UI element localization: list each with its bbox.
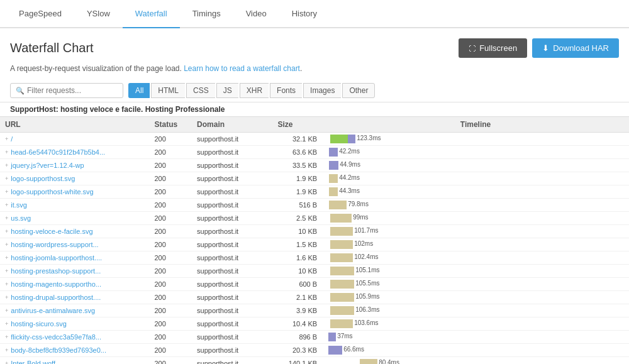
expand-icon[interactable]: + bbox=[5, 202, 8, 208]
cell-url: +head-6e54470c91f2b47b5b4... bbox=[0, 146, 149, 159]
bar-segment bbox=[330, 306, 354, 315]
expand-icon[interactable]: + bbox=[5, 294, 8, 301]
expand-icon[interactable]: + bbox=[5, 215, 8, 221]
table-row[interactable]: +hosting-joomla-supporthost....200suppor… bbox=[0, 251, 629, 265]
tab-waterfall[interactable]: Waterfall bbox=[123, 0, 180, 28]
cell-timeline: 105.1ms bbox=[322, 265, 629, 278]
expand-icon[interactable]: + bbox=[5, 241, 8, 248]
bar-segment bbox=[330, 240, 353, 249]
url-text[interactable]: logo-supporthost.svg bbox=[11, 175, 75, 182]
cell-size: 2.5 KB bbox=[272, 212, 322, 225]
expand-icon[interactable]: + bbox=[5, 189, 8, 195]
url-text[interactable]: hosting-magento-supportho... bbox=[11, 280, 101, 288]
download-har-button[interactable]: ⬇ Download HAR bbox=[532, 38, 619, 58]
expand-icon[interactable]: + bbox=[5, 360, 8, 364]
expand-icon[interactable]: + bbox=[5, 347, 8, 353]
table-row[interactable]: +hosting-drupal-supporthost....200suppor… bbox=[0, 291, 629, 304]
page-title: Waterfall Chart bbox=[10, 41, 94, 55]
fullscreen-button[interactable]: ⛶ Fullscreen bbox=[459, 38, 527, 58]
cell-timeline: 102ms bbox=[322, 238, 629, 251]
url-text[interactable]: antivirus-e-antimalware.svg bbox=[11, 307, 95, 314]
filter-btn-other[interactable]: Other bbox=[342, 83, 375, 98]
table-row[interactable]: +it.svg200supporthost.it516 B79.8ms bbox=[0, 199, 629, 212]
expand-icon[interactable]: + bbox=[5, 307, 8, 314]
url-text[interactable]: it.svg bbox=[11, 201, 27, 209]
expand-icon[interactable]: + bbox=[5, 268, 8, 274]
table-row[interactable]: +jquery.js?ver=1.12.4-wp200supporthost.i… bbox=[0, 159, 629, 172]
url-text[interactable]: hosting-sicuro.svg bbox=[11, 320, 67, 328]
tab-yslow[interactable]: YSlow bbox=[74, 0, 123, 28]
cell-size: 2.1 KB bbox=[272, 291, 322, 304]
table-row[interactable]: +hosting-veloce-e-facile.svg200supportho… bbox=[0, 225, 629, 238]
filter-btn-all[interactable]: All bbox=[128, 83, 150, 98]
filter-btn-xhr[interactable]: XHR bbox=[240, 83, 269, 98]
expand-icon[interactable]: + bbox=[5, 175, 8, 182]
cell-domain: supporthost.it bbox=[192, 265, 272, 278]
cell-size: 1.6 KB bbox=[272, 251, 322, 265]
url-text[interactable]: hosting-joomla-supporthost.... bbox=[11, 254, 102, 262]
filter-btn-images[interactable]: Images bbox=[303, 83, 341, 98]
url-text[interactable]: head-6e54470c91f2b47b5b4... bbox=[11, 148, 105, 156]
url-text[interactable]: hosting-veloce-e-facile.svg bbox=[11, 228, 92, 235]
cell-domain: supporthost.it bbox=[192, 185, 272, 199]
expand-icon[interactable]: + bbox=[5, 334, 8, 340]
table-row[interactable]: +body-8cbef8cfb939ed7693e0...200supporth… bbox=[0, 344, 629, 357]
filter-btn-html[interactable]: HTML bbox=[151, 83, 185, 98]
download-icon: ⬇ bbox=[542, 43, 549, 53]
url-text[interactable]: hosting-wordpress-support... bbox=[11, 241, 98, 248]
table-row[interactable]: +flickity-css-vedcc3a59e7fa8...200suppor… bbox=[0, 331, 629, 344]
expand-icon[interactable]: + bbox=[5, 321, 8, 327]
url-text[interactable]: flickity-css-vedcc3a59e7fa8... bbox=[11, 333, 101, 341]
expand-icon[interactable]: + bbox=[5, 136, 8, 142]
header-buttons: ⛶ Fullscreen ⬇ Download HAR bbox=[459, 38, 619, 58]
expand-icon[interactable]: + bbox=[5, 255, 8, 261]
tab-timings[interactable]: Timings bbox=[180, 0, 233, 28]
cell-domain: supporthost.it bbox=[192, 357, 272, 365]
table-row[interactable]: +logo-supporthost.svg200supporthost.it1.… bbox=[0, 172, 629, 185]
table-row[interactable]: +head-6e54470c91f2b47b5b4...200supportho… bbox=[0, 146, 629, 159]
expand-icon[interactable]: + bbox=[5, 228, 8, 234]
table-row[interactable]: +us.svg200supporthost.it2.5 KB99ms bbox=[0, 212, 629, 225]
url-text[interactable]: / bbox=[11, 135, 13, 143]
table-row[interactable]: +/200supporthost.it32.1 KB123.3ms bbox=[0, 133, 629, 146]
cell-domain: supporthost.it bbox=[192, 251, 272, 265]
timing-label: 79.8ms bbox=[348, 201, 369, 207]
url-text[interactable]: us.svg bbox=[11, 214, 31, 222]
url-text[interactable]: jquery.js?ver=1.12.4-wp bbox=[11, 162, 84, 169]
cell-status: 200 bbox=[149, 146, 192, 159]
cell-size: 10 KB bbox=[272, 225, 322, 238]
tab-pagespeed[interactable]: PageSpeed bbox=[6, 0, 74, 28]
expand-icon[interactable]: + bbox=[5, 281, 8, 287]
filter-btn-css[interactable]: CSS bbox=[186, 83, 215, 98]
filter-btn-fonts[interactable]: Fonts bbox=[270, 83, 302, 98]
expand-icon[interactable]: + bbox=[5, 149, 8, 155]
url-text[interactable]: hosting-prestashop-support... bbox=[11, 267, 101, 275]
cell-status: 200 bbox=[149, 185, 192, 199]
timeline-bar: 37ms bbox=[327, 333, 624, 341]
col-header-url: URL bbox=[0, 117, 149, 133]
waterfall-scroll[interactable]: URL Status Domain Size Timeline +/200sup… bbox=[0, 116, 629, 364]
timeline-bar: 103.6ms bbox=[327, 319, 624, 328]
learn-link[interactable]: Learn how to read a waterfall chart bbox=[184, 64, 300, 73]
expand-icon[interactable]: + bbox=[5, 162, 8, 168]
table-row[interactable]: +hosting-magento-supportho...200supporth… bbox=[0, 278, 629, 291]
timing-label: 105.5ms bbox=[355, 280, 379, 287]
tab-history[interactable]: History bbox=[279, 0, 330, 28]
table-row[interactable]: +hosting-wordpress-support...200supporth… bbox=[0, 238, 629, 251]
cell-domain: supporthost.it bbox=[192, 291, 272, 304]
timing-label: 44.3ms bbox=[339, 187, 360, 194]
url-text[interactable]: body-8cbef8cfb939ed7693e0... bbox=[11, 346, 106, 354]
table-row[interactable]: +antivirus-e-antimalware.svg200supportho… bbox=[0, 304, 629, 317]
table-row[interactable]: +logo-supporthost-white.svg200supporthos… bbox=[0, 185, 629, 199]
search-input[interactable] bbox=[27, 86, 115, 95]
tab-video[interactable]: Video bbox=[233, 0, 279, 28]
table-row[interactable]: +hosting-sicuro.svg200supporthost.it10.4… bbox=[0, 317, 629, 331]
table-row[interactable]: +hosting-prestashop-support...200support… bbox=[0, 265, 629, 278]
table-row[interactable]: +Inter-Bold.woff200supporthost.it140.1 K… bbox=[0, 357, 629, 365]
filter-btn-js[interactable]: JS bbox=[216, 83, 238, 98]
url-text[interactable]: hosting-drupal-supporthost.... bbox=[11, 294, 101, 301]
url-text[interactable]: Inter-Bold.woff bbox=[11, 360, 55, 364]
url-text[interactable]: logo-supporthost-white.svg bbox=[11, 188, 93, 196]
bar-segment bbox=[329, 174, 338, 183]
cell-size: 1.9 KB bbox=[272, 185, 322, 199]
